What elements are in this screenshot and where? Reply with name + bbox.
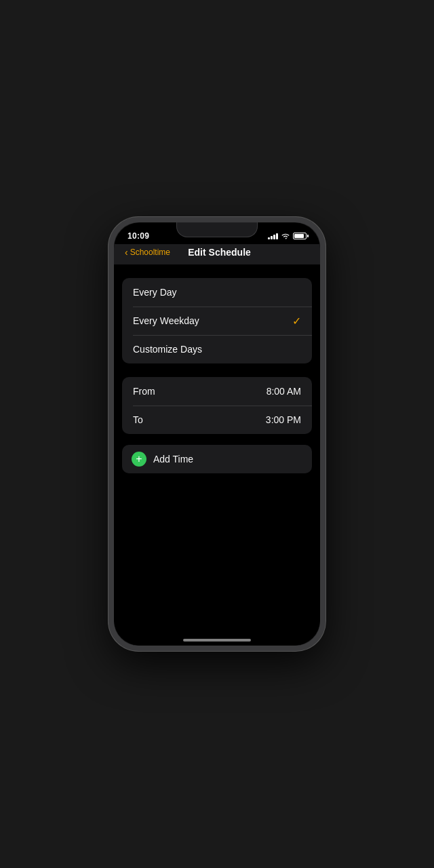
every-day-option[interactable]: Every Day bbox=[122, 278, 312, 307]
top-gap bbox=[114, 264, 320, 278]
page-title: Edit Schedule bbox=[170, 247, 269, 258]
signal-icon bbox=[268, 233, 278, 239]
every-weekday-option[interactable]: Every Weekday ✓ bbox=[122, 307, 312, 335]
plus-icon: + bbox=[136, 454, 142, 465]
notch bbox=[176, 222, 258, 237]
to-label: To bbox=[133, 414, 143, 425]
to-value: 3:00 PM bbox=[266, 414, 301, 425]
add-time-button[interactable]: + Add Time bbox=[122, 445, 312, 473]
nav-bar: ‹ Schooltime Edit Schedule bbox=[114, 244, 320, 264]
back-chevron-icon: ‹ bbox=[125, 248, 128, 257]
schedule-options-group: Every Day Every Weekday ✓ Customize Days bbox=[122, 278, 312, 363]
home-bar bbox=[183, 639, 251, 642]
from-time-row[interactable]: From 8:00 AM bbox=[122, 377, 312, 406]
phone-frame: 10:09 ‹ bbox=[108, 217, 326, 651]
back-label: Schooltime bbox=[130, 248, 170, 257]
selected-checkmark-icon: ✓ bbox=[292, 315, 301, 328]
status-time: 10:09 bbox=[127, 231, 149, 241]
status-icons bbox=[268, 233, 307, 239]
customize-days-label: Customize Days bbox=[133, 344, 202, 355]
every-day-label: Every Day bbox=[133, 287, 177, 298]
battery-icon bbox=[293, 233, 307, 239]
to-time-row[interactable]: To 3:00 PM bbox=[122, 406, 312, 434]
bottom-gap bbox=[114, 434, 320, 445]
add-time-label: Add Time bbox=[153, 454, 193, 465]
add-icon: + bbox=[132, 452, 146, 467]
back-button[interactable]: ‹ Schooltime bbox=[125, 248, 170, 257]
wifi-icon bbox=[281, 233, 290, 239]
from-label: From bbox=[133, 386, 155, 397]
home-indicator bbox=[114, 631, 320, 646]
screen: 10:09 ‹ bbox=[114, 222, 320, 646]
content-area: Every Day Every Weekday ✓ Customize Days… bbox=[114, 264, 320, 631]
customize-days-option[interactable]: Customize Days bbox=[122, 335, 312, 363]
time-group: From 8:00 AM To 3:00 PM bbox=[122, 377, 312, 434]
add-time-group: + Add Time bbox=[122, 445, 312, 473]
every-weekday-label: Every Weekday bbox=[133, 315, 199, 326]
from-value: 8:00 AM bbox=[267, 386, 301, 397]
mid-gap bbox=[114, 363, 320, 377]
